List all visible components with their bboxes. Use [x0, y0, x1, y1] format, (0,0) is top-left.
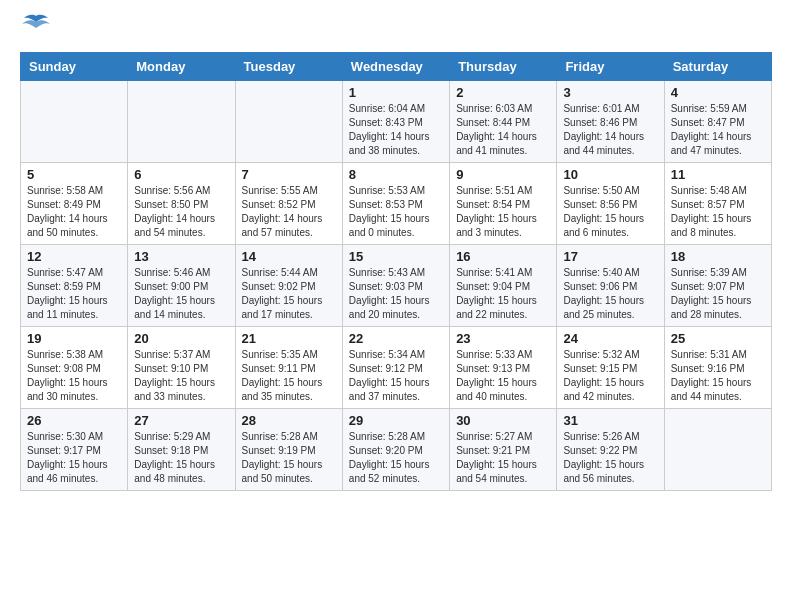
calendar-cell: 28Sunrise: 5:28 AM Sunset: 9:19 PM Dayli…: [235, 409, 342, 491]
day-number: 19: [27, 331, 121, 346]
day-number: 15: [349, 249, 443, 264]
calendar-cell: 7Sunrise: 5:55 AM Sunset: 8:52 PM Daylig…: [235, 163, 342, 245]
day-info: Sunrise: 5:47 AM Sunset: 8:59 PM Dayligh…: [27, 266, 121, 322]
calendar-cell: 8Sunrise: 5:53 AM Sunset: 8:53 PM Daylig…: [342, 163, 449, 245]
calendar-cell: 12Sunrise: 5:47 AM Sunset: 8:59 PM Dayli…: [21, 245, 128, 327]
day-number: 17: [563, 249, 657, 264]
calendar-cell: [21, 81, 128, 163]
calendar-cell: 22Sunrise: 5:34 AM Sunset: 9:12 PM Dayli…: [342, 327, 449, 409]
weekday-header-saturday: Saturday: [664, 53, 771, 81]
day-info: Sunrise: 5:48 AM Sunset: 8:57 PM Dayligh…: [671, 184, 765, 240]
day-number: 9: [456, 167, 550, 182]
calendar-cell: 11Sunrise: 5:48 AM Sunset: 8:57 PM Dayli…: [664, 163, 771, 245]
day-info: Sunrise: 6:03 AM Sunset: 8:44 PM Dayligh…: [456, 102, 550, 158]
day-number: 22: [349, 331, 443, 346]
day-info: Sunrise: 5:28 AM Sunset: 9:19 PM Dayligh…: [242, 430, 336, 486]
calendar-cell: 13Sunrise: 5:46 AM Sunset: 9:00 PM Dayli…: [128, 245, 235, 327]
day-number: 18: [671, 249, 765, 264]
calendar-cell: 29Sunrise: 5:28 AM Sunset: 9:20 PM Dayli…: [342, 409, 449, 491]
calendar-cell: 5Sunrise: 5:58 AM Sunset: 8:49 PM Daylig…: [21, 163, 128, 245]
calendar-cell: 31Sunrise: 5:26 AM Sunset: 9:22 PM Dayli…: [557, 409, 664, 491]
logo: [20, 20, 50, 36]
calendar-cell: 3Sunrise: 6:01 AM Sunset: 8:46 PM Daylig…: [557, 81, 664, 163]
calendar-cell: 20Sunrise: 5:37 AM Sunset: 9:10 PM Dayli…: [128, 327, 235, 409]
calendar-week-row: 5Sunrise: 5:58 AM Sunset: 8:49 PM Daylig…: [21, 163, 772, 245]
day-number: 25: [671, 331, 765, 346]
calendar-cell: 9Sunrise: 5:51 AM Sunset: 8:54 PM Daylig…: [450, 163, 557, 245]
day-number: 21: [242, 331, 336, 346]
calendar-cell: 15Sunrise: 5:43 AM Sunset: 9:03 PM Dayli…: [342, 245, 449, 327]
day-info: Sunrise: 5:38 AM Sunset: 9:08 PM Dayligh…: [27, 348, 121, 404]
calendar-cell: 16Sunrise: 5:41 AM Sunset: 9:04 PM Dayli…: [450, 245, 557, 327]
calendar-week-row: 19Sunrise: 5:38 AM Sunset: 9:08 PM Dayli…: [21, 327, 772, 409]
day-info: Sunrise: 5:56 AM Sunset: 8:50 PM Dayligh…: [134, 184, 228, 240]
day-number: 20: [134, 331, 228, 346]
calendar-cell: 21Sunrise: 5:35 AM Sunset: 9:11 PM Dayli…: [235, 327, 342, 409]
day-info: Sunrise: 5:44 AM Sunset: 9:02 PM Dayligh…: [242, 266, 336, 322]
logo-bird-icon: [22, 14, 50, 36]
day-number: 3: [563, 85, 657, 100]
calendar-cell: 18Sunrise: 5:39 AM Sunset: 9:07 PM Dayli…: [664, 245, 771, 327]
calendar-cell: 19Sunrise: 5:38 AM Sunset: 9:08 PM Dayli…: [21, 327, 128, 409]
calendar-cell: [128, 81, 235, 163]
calendar-cell: 25Sunrise: 5:31 AM Sunset: 9:16 PM Dayli…: [664, 327, 771, 409]
day-number: 16: [456, 249, 550, 264]
day-number: 29: [349, 413, 443, 428]
calendar-week-row: 12Sunrise: 5:47 AM Sunset: 8:59 PM Dayli…: [21, 245, 772, 327]
calendar-cell: 23Sunrise: 5:33 AM Sunset: 9:13 PM Dayli…: [450, 327, 557, 409]
calendar-table: SundayMondayTuesdayWednesdayThursdayFrid…: [20, 52, 772, 491]
day-number: 27: [134, 413, 228, 428]
day-number: 4: [671, 85, 765, 100]
calendar-week-row: 26Sunrise: 5:30 AM Sunset: 9:17 PM Dayli…: [21, 409, 772, 491]
day-number: 6: [134, 167, 228, 182]
day-info: Sunrise: 5:33 AM Sunset: 9:13 PM Dayligh…: [456, 348, 550, 404]
day-info: Sunrise: 5:30 AM Sunset: 9:17 PM Dayligh…: [27, 430, 121, 486]
calendar-cell: 2Sunrise: 6:03 AM Sunset: 8:44 PM Daylig…: [450, 81, 557, 163]
weekday-header-tuesday: Tuesday: [235, 53, 342, 81]
calendar-cell: 17Sunrise: 5:40 AM Sunset: 9:06 PM Dayli…: [557, 245, 664, 327]
day-number: 7: [242, 167, 336, 182]
day-number: 8: [349, 167, 443, 182]
calendar-cell: 4Sunrise: 5:59 AM Sunset: 8:47 PM Daylig…: [664, 81, 771, 163]
calendar-cell: [235, 81, 342, 163]
day-info: Sunrise: 6:01 AM Sunset: 8:46 PM Dayligh…: [563, 102, 657, 158]
calendar-cell: 6Sunrise: 5:56 AM Sunset: 8:50 PM Daylig…: [128, 163, 235, 245]
page-header: [20, 20, 772, 36]
day-number: 10: [563, 167, 657, 182]
day-info: Sunrise: 5:29 AM Sunset: 9:18 PM Dayligh…: [134, 430, 228, 486]
day-info: Sunrise: 5:41 AM Sunset: 9:04 PM Dayligh…: [456, 266, 550, 322]
day-info: Sunrise: 5:31 AM Sunset: 9:16 PM Dayligh…: [671, 348, 765, 404]
day-number: 2: [456, 85, 550, 100]
day-info: Sunrise: 5:55 AM Sunset: 8:52 PM Dayligh…: [242, 184, 336, 240]
day-info: Sunrise: 5:32 AM Sunset: 9:15 PM Dayligh…: [563, 348, 657, 404]
weekday-header-thursday: Thursday: [450, 53, 557, 81]
day-number: 14: [242, 249, 336, 264]
day-info: Sunrise: 5:59 AM Sunset: 8:47 PM Dayligh…: [671, 102, 765, 158]
calendar-cell: 24Sunrise: 5:32 AM Sunset: 9:15 PM Dayli…: [557, 327, 664, 409]
day-info: Sunrise: 5:43 AM Sunset: 9:03 PM Dayligh…: [349, 266, 443, 322]
day-info: Sunrise: 5:27 AM Sunset: 9:21 PM Dayligh…: [456, 430, 550, 486]
day-number: 5: [27, 167, 121, 182]
day-number: 31: [563, 413, 657, 428]
day-number: 28: [242, 413, 336, 428]
calendar-header-row: SundayMondayTuesdayWednesdayThursdayFrid…: [21, 53, 772, 81]
day-info: Sunrise: 5:50 AM Sunset: 8:56 PM Dayligh…: [563, 184, 657, 240]
calendar-cell: 27Sunrise: 5:29 AM Sunset: 9:18 PM Dayli…: [128, 409, 235, 491]
day-info: Sunrise: 5:51 AM Sunset: 8:54 PM Dayligh…: [456, 184, 550, 240]
day-info: Sunrise: 5:28 AM Sunset: 9:20 PM Dayligh…: [349, 430, 443, 486]
day-info: Sunrise: 5:53 AM Sunset: 8:53 PM Dayligh…: [349, 184, 443, 240]
day-number: 11: [671, 167, 765, 182]
day-number: 26: [27, 413, 121, 428]
calendar-cell: [664, 409, 771, 491]
day-info: Sunrise: 5:46 AM Sunset: 9:00 PM Dayligh…: [134, 266, 228, 322]
weekday-header-friday: Friday: [557, 53, 664, 81]
day-number: 13: [134, 249, 228, 264]
day-number: 12: [27, 249, 121, 264]
calendar-week-row: 1Sunrise: 6:04 AM Sunset: 8:43 PM Daylig…: [21, 81, 772, 163]
calendar-cell: 10Sunrise: 5:50 AM Sunset: 8:56 PM Dayli…: [557, 163, 664, 245]
day-info: Sunrise: 5:58 AM Sunset: 8:49 PM Dayligh…: [27, 184, 121, 240]
day-info: Sunrise: 5:34 AM Sunset: 9:12 PM Dayligh…: [349, 348, 443, 404]
day-number: 24: [563, 331, 657, 346]
day-info: Sunrise: 5:26 AM Sunset: 9:22 PM Dayligh…: [563, 430, 657, 486]
day-number: 1: [349, 85, 443, 100]
